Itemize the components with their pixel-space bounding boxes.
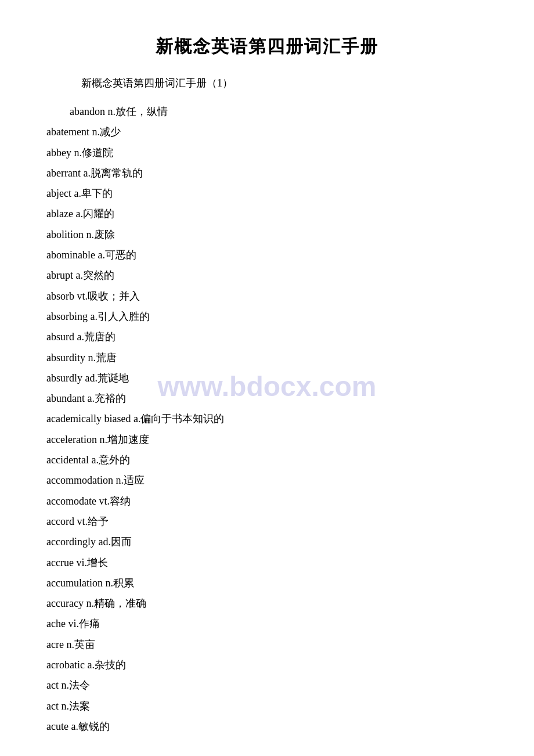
list-item: abrupt a.突然的 [46, 265, 488, 286]
list-item: aberrant a.脱离常轨的 [46, 163, 488, 183]
page-title: 新概念英语第四册词汇手册 [46, 35, 488, 59]
word-pos: n. [66, 639, 74, 650]
word-pos: n. [105, 577, 113, 589]
word-definition: 脱离常轨的 [91, 167, 143, 179]
word-pos: n. [99, 434, 107, 445]
word-pos: a. [87, 659, 95, 671]
word-definition: 英亩 [74, 639, 95, 650]
word-english: accommodation [46, 474, 116, 486]
word-pos: n. [74, 147, 82, 159]
word-definition: 容纳 [110, 495, 131, 507]
word-pos: vt. [99, 495, 110, 507]
list-item: absurd a.荒唐的 [46, 327, 488, 347]
word-pos: vt. [77, 290, 88, 302]
list-item: accidental a.意外的 [46, 450, 488, 470]
word-definition: 敏锐的 [78, 721, 110, 732]
word-english: acrobatic [46, 659, 87, 671]
list-item: absurdly ad.荒诞地 [46, 368, 488, 388]
word-pos: n. [61, 679, 69, 691]
word-definition: 积累 [113, 577, 134, 589]
word-definition: 可恶的 [105, 249, 136, 261]
word-pos: a. [74, 188, 81, 199]
word-pos: n. [61, 700, 69, 712]
word-english: acceleration [46, 434, 99, 445]
list-item: accomodate vt.容纳 [46, 491, 488, 512]
word-pos: a. [75, 208, 83, 219]
word-pos: vt. [77, 516, 88, 527]
list-item: act n.法令 [46, 675, 488, 696]
list-item: absurdity n.荒唐 [46, 348, 488, 368]
subtitle: 新概念英语第四册词汇手册（1） [46, 76, 488, 90]
word-english: accuracy [46, 597, 86, 609]
word-pos: n. [86, 597, 94, 609]
word-pos: a. [71, 721, 78, 732]
word-english: acre [46, 639, 66, 650]
list-item: ache vi.作痛 [46, 614, 488, 634]
word-definition: 作痛 [79, 618, 100, 629]
word-pos: a. [83, 167, 91, 179]
word-english: aberrant [46, 167, 83, 179]
word-english: abundant [46, 393, 87, 404]
list-item: acute a.敏锐的 [46, 717, 488, 737]
word-definition: 修道院 [82, 147, 113, 159]
word-english: act [46, 679, 61, 691]
word-pos: ad. [98, 536, 111, 548]
list-item: acre n.英亩 [46, 635, 488, 655]
word-english: abject [46, 188, 74, 199]
word-pos: a. [77, 331, 85, 343]
word-definition: 闪耀的 [83, 208, 114, 219]
word-definition: 减少 [100, 126, 121, 138]
word-english: abbey [46, 147, 74, 159]
word-english: acute [46, 721, 71, 732]
list-item: absorb vt.吸收；并入 [46, 286, 488, 307]
word-pos: a. [91, 311, 98, 322]
list-item: act n.法案 [46, 696, 488, 717]
list-item: accordingly ad.因而 [46, 532, 488, 552]
word-pos: n. [86, 229, 95, 240]
word-english: abatement [46, 126, 92, 138]
list-item: abject a.卑下的 [46, 183, 488, 204]
word-definition: 荒诞地 [98, 372, 129, 384]
list-item: accuracy n.精确，准确 [46, 593, 488, 614]
word-english: abrupt [46, 269, 75, 281]
word-pos: ad. [85, 372, 98, 384]
word-pos: a. [134, 413, 141, 424]
word-english: absurdly [46, 372, 85, 384]
word-pos: vi. [76, 557, 87, 568]
word-english: ablaze [46, 208, 75, 219]
list-item: abandon n.放任，纵情 [46, 102, 488, 122]
word-definition: 适应 [124, 474, 145, 486]
word-definition: 因而 [111, 536, 132, 548]
word-definition: 引人入胜的 [98, 311, 150, 322]
word-english: accordingly [46, 536, 98, 548]
list-item: academically biased a.偏向于书本知识的 [46, 409, 488, 429]
word-english: abominable [46, 249, 98, 261]
word-pos: n. [88, 352, 96, 363]
word-english: absurdity [46, 352, 88, 363]
list-item: abominable a.可恶的 [46, 245, 488, 265]
list-item: abundant a.充裕的 [46, 388, 488, 409]
word-definition: 法令 [69, 679, 90, 691]
word-english: accrue [46, 557, 76, 568]
list-item: accumulation n.积累 [46, 573, 488, 593]
word-definition: 偏向于书本知识的 [140, 413, 224, 424]
word-english: accidental [46, 454, 91, 466]
word-definition: 增长 [87, 557, 108, 568]
word-english: absorbing [46, 311, 91, 322]
word-english: act [46, 700, 61, 712]
word-english: accomodate [46, 495, 99, 507]
word-definition: 意外的 [99, 454, 130, 466]
list-item: accord vt.给予 [46, 512, 488, 532]
word-definition: 卑下的 [81, 188, 113, 199]
word-pos: n. [116, 474, 124, 486]
word-definition: 吸收；并入 [88, 290, 140, 302]
word-pos: a. [87, 393, 95, 404]
word-list: abandon n.放任，纵情abatement n.减少abbey n.修道院… [46, 102, 488, 737]
word-definition: 废除 [94, 229, 115, 240]
word-english: absorb [46, 290, 77, 302]
list-item: abolition n.废除 [46, 225, 488, 245]
list-item: acceleration n.增加速度 [46, 430, 488, 450]
word-pos: n. [107, 106, 116, 117]
list-item: abbey n.修道院 [46, 143, 488, 163]
word-definition: 法案 [69, 700, 90, 712]
